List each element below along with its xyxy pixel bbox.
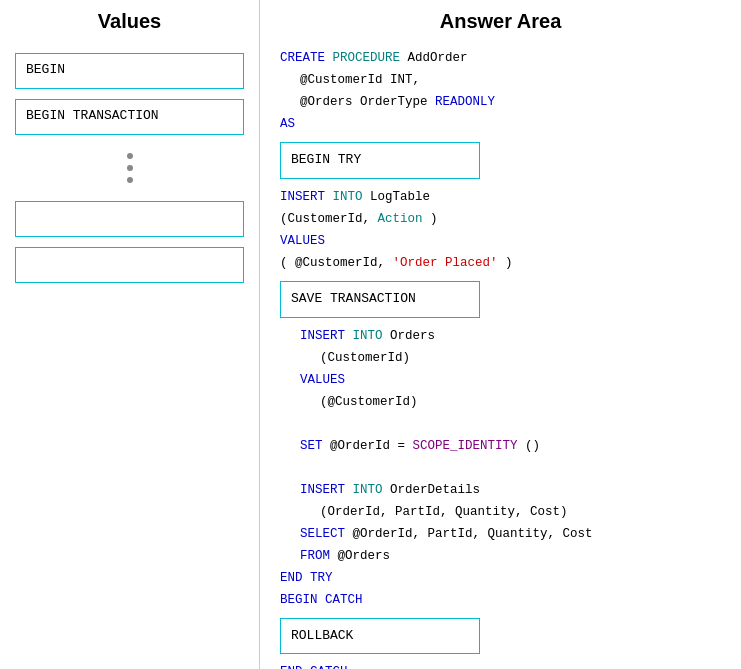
kw-into-3: INTO [353, 483, 383, 497]
save-transaction-label: SAVE TRANSACTION [280, 281, 480, 318]
value-item-begin-transaction-text: BEGIN TRANSACTION [26, 108, 159, 123]
kw-procedure: PROCEDURE [333, 51, 401, 65]
code-line-end-try: END TRY [280, 568, 721, 588]
orderdetails-text: OrderDetails [390, 483, 480, 497]
code-line-customerid-col: (CustomerId) [280, 348, 721, 368]
kw-insert-3: INSERT [300, 483, 345, 497]
kw-insert-2: INSERT [300, 329, 345, 343]
kw-insert-1: INSERT [280, 190, 325, 204]
value-item-begin-text: BEGIN [26, 62, 65, 77]
value-item-begin[interactable]: BEGIN [15, 53, 244, 89]
code-line-insert-details: INSERT INTO OrderDetails [280, 480, 721, 500]
fn-scope-identity: SCOPE_IDENTITY [413, 439, 518, 453]
orders-param: @Orders OrderType [300, 95, 435, 109]
dot-2 [127, 165, 133, 171]
fn-parens: () [525, 439, 540, 453]
param-customerid: @CustomerId, [295, 256, 393, 270]
dots-separator [15, 150, 244, 186]
customerid-col: (CustomerId) [320, 351, 410, 365]
value-item-empty-1[interactable] [15, 201, 244, 237]
code-line-1: CREATE PROCEDURE AddOrder [280, 48, 721, 68]
code-line-from: FROM @Orders [280, 546, 721, 566]
value-item-empty-2[interactable] [15, 247, 244, 283]
kw-into-2: INTO [353, 329, 383, 343]
set-rest: @OrderId = [330, 439, 413, 453]
values-title: Values [15, 10, 244, 33]
code-line-values-kw: VALUES [280, 231, 721, 251]
kw-action: Action [378, 212, 423, 226]
code-line-detail-cols: (OrderId, PartId, Quantity, Cost) [280, 502, 721, 522]
code-line-set-orderid: SET @OrderId = SCOPE_IDENTITY () [280, 436, 721, 456]
code-line-as: AS [280, 114, 721, 134]
kw-create: CREATE [280, 51, 325, 65]
code-line-values-kw-2: VALUES [280, 370, 721, 390]
code-line-values-data: ( @CustomerId, 'Order Placed' ) [280, 253, 721, 273]
value-item-begin-transaction[interactable]: BEGIN TRANSACTION [15, 99, 244, 135]
customerid-val: (@CustomerId) [320, 395, 418, 409]
kw-begin-catch: BEGIN CATCH [280, 593, 363, 607]
answer-box-begin-try[interactable]: BEGIN TRY [280, 138, 721, 183]
code-line-cols: (CustomerId, Action ) [280, 209, 721, 229]
rollback-label: ROLLBACK [280, 618, 480, 655]
kw-from: FROM [300, 549, 330, 563]
code-line-insert-orders: INSERT INTO Orders [280, 326, 721, 346]
code-line-customerid-val: (@CustomerId) [280, 392, 721, 412]
answer-box-rollback[interactable]: ROLLBACK [280, 614, 721, 659]
kw-select: SELECT [300, 527, 345, 541]
col-end: ) [430, 212, 438, 226]
answer-title: Answer Area [280, 10, 721, 33]
kw-end-catch: END CATCH [280, 665, 348, 669]
kw-as: AS [280, 117, 295, 131]
answer-box-save-transaction[interactable]: SAVE TRANSACTION [280, 277, 721, 322]
answer-panel: Answer Area CREATE PROCEDURE AddOrder @C… [260, 0, 741, 669]
code-line-begin-catch: BEGIN CATCH [280, 590, 721, 610]
detail-cols: (OrderId, PartId, Quantity, Cost) [320, 505, 568, 519]
code-line-insert-log: INSERT INTO LogTable [280, 187, 721, 207]
kw-values-2: VALUES [300, 373, 345, 387]
kw-set: SET [300, 439, 323, 453]
kw-end-1: END TRY [280, 571, 333, 585]
orders-text: Orders [390, 329, 435, 343]
logtable-text: LogTable [370, 190, 430, 204]
begin-try-label: BEGIN TRY [280, 142, 480, 179]
vals-close: ) [505, 256, 513, 270]
select-rest: @OrderId, PartId, Quantity, Cost [353, 527, 593, 541]
proc-name: AddOrder [408, 51, 468, 65]
code-line-end-catch: END CATCH [280, 662, 721, 669]
dot-3 [127, 177, 133, 183]
kw-into-1: INTO [333, 190, 363, 204]
dot-1 [127, 153, 133, 159]
from-rest: @Orders [338, 549, 391, 563]
main-container: Values BEGIN BEGIN TRANSACTION Answer Ar… [0, 0, 741, 669]
code-line-select: SELECT @OrderId, PartId, Quantity, Cost [280, 524, 721, 544]
code-line-2: @CustomerId INT, [280, 70, 721, 90]
code-block: CREATE PROCEDURE AddOrder @CustomerId IN… [280, 48, 721, 669]
values-panel: Values BEGIN BEGIN TRANSACTION [0, 0, 260, 669]
kw-readonly: READONLY [435, 95, 495, 109]
kw-values-1: VALUES [280, 234, 325, 248]
str-order-placed: 'Order Placed' [393, 256, 498, 270]
code-line-3: @Orders OrderType READONLY [280, 92, 721, 112]
vals-open: ( [280, 256, 288, 270]
col-start: (CustomerId, [280, 212, 378, 226]
